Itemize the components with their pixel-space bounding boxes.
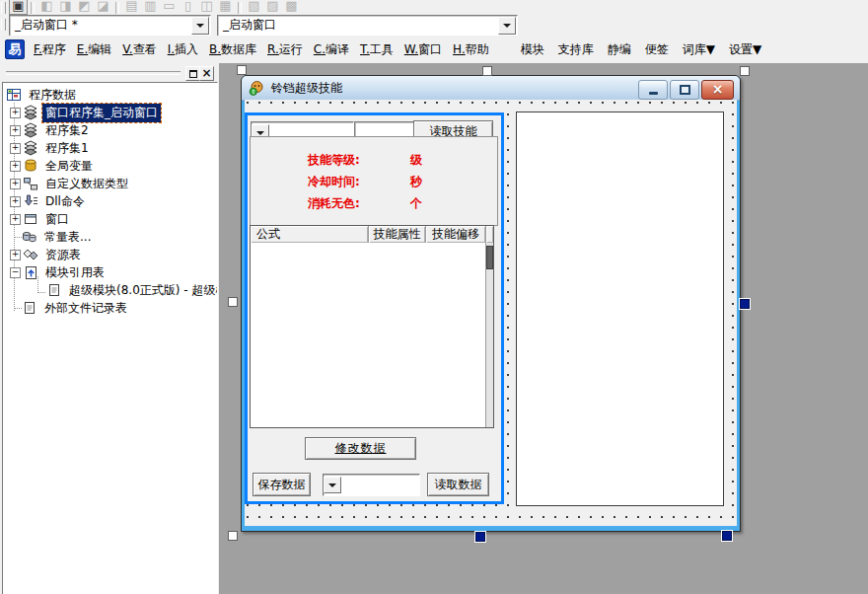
tree-row[interactable]: +自定义数据类型: [3, 175, 217, 192]
expand-toggle-icon[interactable]: +: [10, 250, 21, 260]
center-horizontal-icon[interactable]: ▤: [122, 0, 141, 15]
toolbar-gripper[interactable]: [1, 2, 6, 14]
expand-toggle-icon[interactable]: +: [10, 214, 21, 225]
stat-unit: 级: [410, 152, 422, 169]
form-resize-handle-bottom-center[interactable]: [475, 532, 485, 542]
expand-toggle-icon[interactable]: −: [10, 267, 21, 278]
menu-item[interactable]: W.窗口: [404, 41, 442, 58]
align-top-icon[interactable]: ◩: [75, 0, 94, 15]
expand-toggle-icon[interactable]: +: [10, 143, 21, 154]
menu-item[interactable]: T.工具: [360, 41, 394, 58]
fit-both-icon[interactable]: ▩: [282, 0, 301, 15]
chevron-down-icon[interactable]: [191, 17, 209, 35]
scrollbar-thumb[interactable]: [486, 246, 493, 269]
stat-label: 技能等级:: [308, 152, 360, 169]
program-data-icon: [6, 87, 22, 103]
menu-item[interactable]: 便签: [645, 41, 669, 58]
close-button[interactable]: [701, 80, 734, 100]
read-data-button[interactable]: 读取数据: [427, 473, 489, 496]
tree-row[interactable]: +窗口: [3, 210, 217, 228]
menu-item[interactable]: 模块: [521, 41, 544, 58]
expand-toggle-icon[interactable]: +: [10, 125, 21, 136]
tree-row[interactable]: −模块引用表: [3, 263, 217, 281]
assembly-icon: [23, 140, 38, 156]
skill-listview[interactable]: 公式技能属性技能偏移: [250, 225, 494, 428]
result-listbox[interactable]: [516, 111, 724, 506]
chevron-down-icon[interactable]: [324, 477, 341, 493]
listview-scrollbar[interactable]: [485, 243, 493, 427]
tree-row[interactable]: +资源表: [3, 246, 217, 263]
tree-row[interactable]: +Dll命令: [3, 192, 217, 210]
same-height-icon[interactable]: ▯: [179, 0, 197, 15]
tree-row[interactable]: +全局变量: [3, 157, 217, 175]
tree-row[interactable]: 外部文件记录表: [3, 299, 217, 317]
listview-column-header[interactable]: 公式: [251, 226, 369, 243]
menu-item[interactable]: I.插入: [168, 41, 198, 58]
menu-item[interactable]: 支持库: [558, 41, 594, 58]
fit-width-icon[interactable]: ▧: [245, 0, 263, 15]
space-evenly-icon[interactable]: ▦: [216, 0, 235, 15]
expand-toggle-icon[interactable]: +: [10, 161, 21, 172]
tree-row[interactable]: +程序集1: [3, 139, 217, 157]
menu-item[interactable]: 词库▼: [683, 41, 715, 58]
panel-titlebar[interactable]: [0, 63, 219, 82]
module-table-icon: [23, 264, 38, 280]
form-resize-handle-top-center[interactable]: [482, 66, 492, 76]
menu-item[interactable]: F.程序: [34, 41, 66, 58]
listview-column-header[interactable]: 技能属性: [369, 226, 426, 243]
panel-float-button[interactable]: [185, 66, 200, 81]
tree-row[interactable]: 常量表...: [3, 228, 217, 246]
active-window-combo-value: _启动窗口 *: [10, 17, 191, 34]
stat-unit: 个: [410, 195, 422, 212]
form-resize-handle-middle-left[interactable]: [228, 297, 238, 307]
tree-row[interactable]: 超级模块(8.0正式版) - 超级模块: [3, 281, 217, 299]
chevron-down-icon[interactable]: [498, 17, 516, 35]
panel-close-button[interactable]: [199, 66, 214, 81]
fit-height-icon[interactable]: ▨: [263, 0, 282, 15]
same-size-icon[interactable]: ◫: [197, 0, 216, 15]
tree-row[interactable]: +程序集2: [3, 121, 217, 139]
menu-item[interactable]: V.查看: [122, 41, 156, 58]
form-resize-handle-bottom-right[interactable]: [722, 531, 732, 541]
minimize-button[interactable]: [638, 80, 668, 100]
menu-item[interactable]: 设置▼: [729, 41, 761, 58]
menu-item[interactable]: H.帮助: [453, 41, 489, 58]
form-titlebar[interactable]: 铃铛超级技能: [242, 76, 740, 101]
target-window-combo[interactable]: _启动窗口: [217, 15, 518, 37]
active-window-combo[interactable]: _启动窗口 *: [9, 15, 211, 37]
menu-item[interactable]: C.编译: [314, 41, 349, 58]
align-bottom-icon[interactable]: ◪: [94, 0, 112, 15]
tree-row[interactable]: +窗口程序集_启动窗口: [3, 104, 217, 121]
modify-data-button[interactable]: 修改数据: [305, 437, 416, 460]
form-resize-handle-bottom-left[interactable]: [228, 531, 238, 541]
skill-panel[interactable]: 读取技能 技能等级:级冷却时间:秒消耗无色:个 公式技能属性技能偏移 修改数据 …: [245, 112, 504, 504]
listview-column-header[interactable]: [486, 226, 493, 243]
expand-toggle-icon[interactable]: +: [10, 196, 21, 207]
listview-column-header[interactable]: 技能偏移: [426, 226, 486, 243]
expand-toggle-icon[interactable]: +: [10, 108, 21, 118]
maximize-button[interactable]: [670, 80, 699, 100]
menu-item[interactable]: B.数据库: [209, 41, 256, 58]
stat-label: 消耗无色:: [308, 195, 360, 212]
designed-form-window[interactable]: 铃铛超级技能: [241, 75, 741, 532]
form-resize-handle-middle-right[interactable]: [740, 299, 750, 309]
save-data-button[interactable]: 保存数据: [253, 473, 311, 496]
menu-item[interactable]: 静编: [608, 41, 631, 58]
align-left-icon[interactable]: ◧: [37, 0, 56, 15]
doc-icon: [22, 300, 37, 316]
window-preview-icon[interactable]: ▣: [9, 0, 28, 15]
form-resize-handle-top-left[interactable]: [237, 65, 247, 75]
menu-item[interactable]: R.运行: [267, 41, 303, 58]
toolbar-gripper[interactable]: [1, 19, 6, 31]
easy-language-ide: ▣◧◨◩◪▤▥▭▯◫▦▧▨▩ _启动窗口 * _启动窗口 易 F.程序E.编辑V…: [0, 0, 868, 594]
form-resize-handle-top-right[interactable]: [740, 66, 750, 76]
align-right-icon[interactable]: ◨: [56, 0, 75, 15]
menu-item[interactable]: E.编辑: [77, 41, 111, 58]
same-width-icon[interactable]: ▭: [160, 0, 179, 15]
tree-connector-line: [14, 308, 22, 309]
expand-toggle-icon[interactable]: +: [10, 179, 21, 189]
center-vertical-icon[interactable]: ▥: [141, 0, 160, 15]
tree-row[interactable]: 程序数据: [3, 86, 217, 104]
data-select-combo[interactable]: [323, 474, 420, 496]
tree-item-label: Dll命令: [42, 192, 88, 211]
